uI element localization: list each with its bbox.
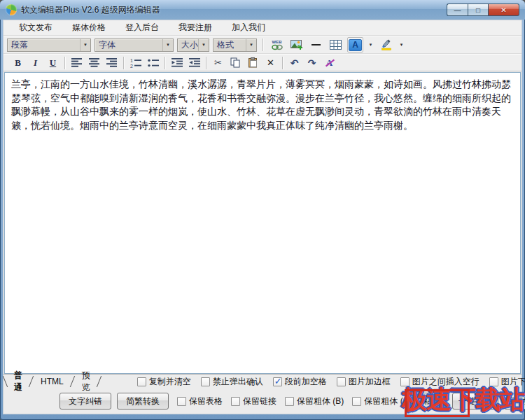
toolbar-separator [262,38,263,51]
insert-weblink-button[interactable]: WEB [269,37,285,52]
checkbox[interactable] [352,397,361,406]
keep-bold-b-option[interactable]: 保留粗体 (B) [285,396,344,407]
menu-join-us[interactable]: 加入我们 [232,22,265,34]
checkbox[interactable] [337,377,346,386]
option-copy-clear[interactable]: 复制并清空 [137,376,191,388]
align-left-button[interactable] [69,55,85,71]
font-color-icon: A [349,39,362,51]
italic-icon: I [34,57,37,69]
titlebar: 软文编辑器Plus V2.6 超级网络编辑器 — □ ✕ [0,0,525,20]
font-combobox-value: 字体 [95,39,115,51]
view-tab-row: 普通 HTML 预览 复制并清空 禁止弹出确认 段前加空格 图片加边框 [4,374,522,388]
format-toolbar: 段落 字体 大小 格式 WEB [4,36,522,54]
menu-publish[interactable]: 软文发布 [19,22,52,34]
tab-html[interactable]: HTML [31,374,73,388]
option-no-confirm-popup[interactable]: 禁止弹出确认 [201,376,263,388]
option-blank-line-between-images[interactable]: 图片之间插入空行 [400,376,479,388]
keep-table-option[interactable]: 保留表格 [177,396,223,407]
editor-area[interactable]: 兰亭，江南的一方山水佳境，竹林清幽，溪水潺潺，青翠片片，薄雾冥冥，烟雨蒙蒙，如诗… [4,72,521,374]
align-right-icon [106,58,117,67]
option-image-border[interactable]: 图片加边框 [337,376,391,388]
menu-bar: 软文发布 媒体价格 登入后台 我要注册 加入我们 [4,20,522,36]
copy-icon [230,57,241,68]
underline-button[interactable]: U [45,55,61,71]
insert-horizontal-rule-button[interactable] [308,37,324,52]
option-center-text-below-image[interactable]: 图片下面文字居中 [489,376,525,388]
insert-image-button[interactable] [288,37,304,52]
size-combobox[interactable]: 大小 [177,38,209,52]
chevron-down-icon[interactable] [246,39,256,51]
menu-register[interactable]: 我要注册 [178,22,212,34]
tab-normal[interactable]: 普通 [5,374,31,388]
svg-text:2: 2 [130,63,133,68]
align-right-button[interactable] [104,55,120,71]
unordered-list-button[interactable] [145,55,161,71]
background-color-dropdown-arrow[interactable] [398,38,405,52]
option-space-before-paragraph[interactable]: 段前加空格 [273,376,327,388]
checkbox[interactable] [137,377,146,386]
ordered-list-button[interactable]: 1 2 [127,55,144,71]
toolbar-separator [282,57,283,69]
redo-button[interactable]: ↷ [304,55,320,71]
font-color-button[interactable]: A [347,37,363,52]
checkbox[interactable] [273,377,282,386]
checkbox[interactable] [285,397,294,406]
one-key-format-button[interactable]: 一键排版 [452,393,498,410]
checkbox[interactable] [400,377,410,386]
checkbox[interactable] [231,397,240,406]
checkbox[interactable] [489,377,498,386]
checkbox[interactable] [201,377,210,386]
bold-button[interactable]: B [10,55,26,71]
paste-button-icon[interactable] [245,55,261,71]
delete-button[interactable]: ✕ [262,55,279,71]
unordered-list-icon [148,58,159,68]
keep-links-option[interactable]: 保留链接 [231,396,276,407]
ordered-list-icon: 1 2 [130,58,141,68]
size-combobox-value: 大小 [178,39,198,51]
client-area: 软文发布 媒体价格 登入后台 我要注册 加入我们 段落 字体 大小 格式 [3,20,522,414]
horizontal-rule-icon [312,44,321,46]
close-button[interactable]: ✕ [489,4,519,16]
align-center-icon [89,58,99,67]
paragraph-combobox-value: 段落 [8,39,28,51]
app-window: 软文编辑器Plus V2.6 超级网络编辑器 — □ ✕ 软文发布 媒体价格 登… [0,0,525,420]
image-icon [290,40,302,50]
tab-preview[interactable]: 预览 [73,374,99,388]
align-center-button[interactable] [86,55,102,71]
maximize-button[interactable]: □ [468,4,489,16]
manual-format-button[interactable]: 手动排版 [504,393,525,410]
text-correction-button[interactable]: 文字纠错 [59,393,111,410]
style-combobox-value: 格式 [214,39,234,51]
minimize-button[interactable]: — [447,4,468,16]
italic-button[interactable]: I [27,55,43,71]
highlight-pen-icon [381,39,392,50]
keep-bold-s-option[interactable]: 保留粗体 (S) [352,396,411,407]
paragraph-combobox[interactable]: 段落 [7,38,91,52]
chevron-down-icon[interactable] [162,39,173,51]
checkbox[interactable] [177,397,186,406]
insert-table-button[interactable] [328,37,344,52]
indent-button[interactable] [186,55,202,71]
clipboard-icon [248,57,258,68]
simplified-traditional-convert-button[interactable]: 简繁转换 [117,393,169,410]
menu-media-price[interactable]: 媒体价格 [72,22,106,34]
background-color-button[interactable] [378,37,394,52]
underline-icon: U [50,57,56,69]
paste-button[interactable]: 粘贴 [417,393,447,410]
undo-button[interactable]: ↶ [286,55,302,71]
edit-toolbar: B I U [4,54,522,71]
app-icon [6,4,17,15]
chevron-down-icon[interactable] [80,39,90,51]
menu-login-backend[interactable]: 登入后台 [125,22,159,34]
clear-format-button[interactable]: A [321,55,337,71]
toolbar-separator [206,57,206,69]
undo-icon: ↶ [290,57,299,69]
cut-button[interactable]: ✂ [210,55,226,71]
outdent-button[interactable] [169,55,185,71]
chevron-down-icon[interactable] [198,39,209,51]
style-combobox[interactable]: 格式 [213,38,257,52]
font-combobox[interactable]: 字体 [94,38,174,52]
editor-content[interactable]: 兰亭，江南的一方山水佳境，竹林清幽，溪水潺潺，青翠片片，薄雾冥冥，烟雨蒙蒙，如诗… [5,73,520,137]
copy-button[interactable] [227,55,244,71]
font-color-dropdown-arrow[interactable] [367,38,374,52]
